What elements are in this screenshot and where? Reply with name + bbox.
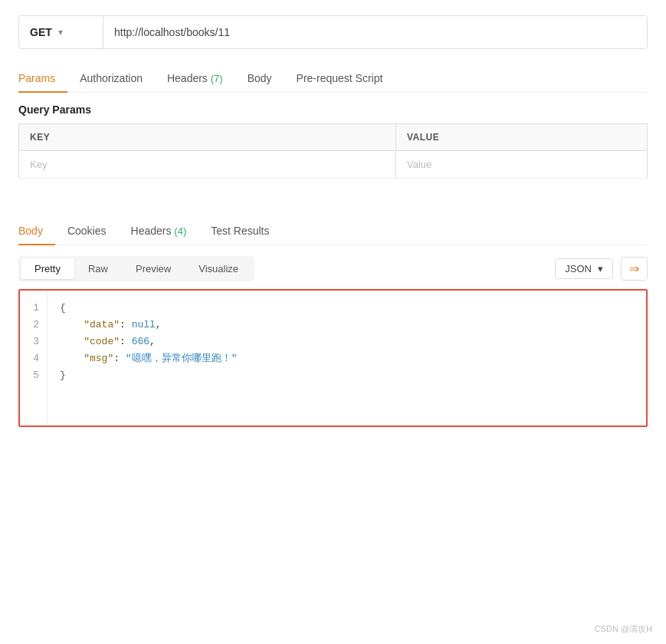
format-tab-preview[interactable]: Preview: [122, 258, 185, 279]
table-row: Key Value: [19, 151, 648, 179]
key-input-cell[interactable]: Key: [19, 151, 396, 179]
code-content: { "data": null, "code": 666, "msg": "噫嘿，…: [48, 291, 646, 426]
tab-params[interactable]: Params: [18, 64, 67, 92]
value-input-cell[interactable]: Value: [396, 151, 648, 179]
code-line-4: "msg": "噫嘿，异常你哪里跑！": [60, 350, 634, 367]
response-tabs-row: Body Cookies Headers (4) Test Results: [18, 217, 648, 245]
request-tabs-row: Params Authorization Headers (7) Body Pr…: [18, 64, 648, 93]
line-num-4: 4: [28, 350, 39, 367]
chevron-down-icon: ▾: [598, 263, 603, 274]
request-tabs-section: Params Authorization Headers (7) Body Pr…: [18, 64, 648, 93]
tab-authorization[interactable]: Authorization: [67, 64, 155, 92]
tab-response-headers[interactable]: Headers (4): [119, 217, 199, 245]
chevron-down-icon: ▾: [58, 27, 63, 38]
code-line-1: {: [60, 300, 634, 317]
value-column-header: VALUE: [396, 124, 648, 151]
format-tab-raw[interactable]: Raw: [74, 258, 122, 279]
code-line-2: "data": null,: [60, 317, 634, 334]
json-type-selector[interactable]: JSON ▾: [555, 258, 613, 279]
tab-response-body[interactable]: Body: [18, 217, 55, 245]
key-column-header: KEY: [19, 124, 396, 151]
tab-response-cookies[interactable]: Cookies: [55, 217, 119, 245]
url-input[interactable]: [103, 16, 647, 48]
method-label: GET: [30, 26, 52, 38]
query-params-title: Query Params: [18, 93, 648, 123]
line-num-3: 3: [28, 334, 39, 350]
main-container: GET ▾ Params Authorization Headers (7) B…: [0, 0, 666, 644]
query-params-table: KEY VALUE Key Value: [18, 123, 648, 179]
line-num-2: 2: [28, 317, 39, 334]
format-tab-visualize[interactable]: Visualize: [185, 258, 252, 279]
code-block: 1 2 3 4 5 { "data": null, "code": 666,: [18, 289, 648, 427]
wrap-button[interactable]: ⇒: [621, 257, 648, 281]
format-tab-pretty[interactable]: Pretty: [21, 258, 74, 279]
format-tabs: Pretty Raw Preview Visualize: [18, 256, 254, 281]
wrap-icon: ⇒: [629, 262, 639, 275]
response-headers-badge: (4): [174, 225, 186, 237]
response-section: Body Cookies Headers (4) Test Results Pr…: [18, 217, 648, 427]
tab-prerequest[interactable]: Pre-request Script: [284, 64, 395, 92]
tab-test-results[interactable]: Test Results: [198, 217, 281, 245]
watermark: CSDN @清攻H: [595, 623, 652, 635]
method-selector[interactable]: GET ▾: [19, 16, 103, 48]
line-numbers: 1 2 3 4 5: [20, 291, 48, 426]
code-line-5: }: [60, 367, 634, 384]
url-bar: GET ▾: [18, 15, 648, 49]
tab-body[interactable]: Body: [235, 64, 284, 92]
format-right-controls: JSON ▾ ⇒: [555, 257, 648, 281]
spacer: [18, 179, 648, 209]
tab-headers[interactable]: Headers (7): [155, 64, 235, 92]
code-line-3: "code": 666,: [60, 334, 634, 350]
format-bar: Pretty Raw Preview Visualize JSON ▾: [18, 256, 648, 281]
line-num-5: 5: [28, 367, 39, 384]
line-num-1: 1: [28, 300, 39, 317]
headers-badge: (7): [211, 73, 223, 84]
